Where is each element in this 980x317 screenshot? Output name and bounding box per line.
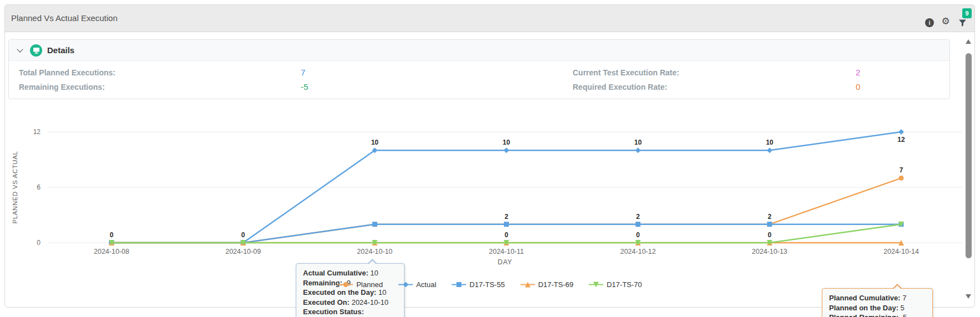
planned-vs-actual-panel: Planned Vs Actual Execution i ⚙ 9 Detail…	[4, 4, 975, 308]
legend-marker-icon	[521, 281, 535, 288]
stat-label: Remaining Executions:	[19, 83, 301, 91]
details-card: Details Total Planned Executions:7 Remai…	[8, 39, 950, 99]
legend-label: Actual	[416, 280, 436, 289]
legend-item-planned[interactable]: Planned	[339, 280, 383, 289]
tooltip-caret	[367, 259, 377, 264]
gear-icon-glyph: ⚙	[941, 17, 949, 27]
legend-item-d17-ts-69[interactable]: D17-TS-69	[521, 280, 574, 289]
panel-header: Planned Vs Actual Execution i ⚙ 9	[5, 5, 974, 32]
legend-marker-icon	[452, 281, 466, 288]
stat-current-test-execution-rate: Current Test Execution Rate:2	[573, 68, 860, 77]
svg-text:6: 6	[37, 183, 41, 191]
stat-value: -5	[301, 82, 308, 91]
svg-text:2024-10-09: 2024-10-09	[225, 248, 261, 255]
tooltip-row: Executed On: 2024-10-10	[303, 298, 397, 308]
svg-text:0: 0	[110, 231, 114, 239]
info-icon-glyph: i	[925, 18, 934, 27]
tooltip-row: Execution Status:	[303, 307, 397, 317]
legend-item-d17-ts-55[interactable]: D17-TS-55	[452, 280, 505, 289]
legend-marker-icon	[398, 281, 413, 288]
legend-label: D17-TS-55	[469, 280, 505, 289]
legend-label: Planned	[356, 280, 383, 289]
filter-icon[interactable]	[957, 18, 967, 28]
svg-text:12: 12	[33, 128, 41, 136]
svg-text:2024-10-08: 2024-10-08	[94, 248, 129, 255]
tooltip-row: Planned Remaining: -5	[829, 313, 926, 317]
stat-value: 2	[856, 68, 860, 77]
svg-text:2024-10-11: 2024-10-11	[489, 248, 524, 255]
svg-text:10: 10	[503, 139, 511, 146]
filter-count-badge: 9	[962, 8, 972, 18]
settings-gear-icon[interactable]: ⚙	[941, 17, 951, 27]
svg-text:10: 10	[766, 139, 774, 146]
legend-marker-icon	[339, 281, 353, 288]
stat-value: 0	[856, 82, 860, 91]
stat-value: 7	[301, 68, 305, 77]
svg-text:7: 7	[900, 166, 903, 174]
panel-title: Planned Vs Actual Execution	[11, 13, 118, 23]
info-icon[interactable]: i	[925, 18, 934, 28]
details-section-title: Details	[47, 45, 74, 55]
funnel-icon-glyph	[958, 19, 967, 27]
svg-text:10: 10	[371, 139, 379, 146]
stat-total-planned-executions: Total Planned Executions:7	[19, 68, 305, 77]
legend-marker-icon	[589, 281, 603, 288]
legend-item-actual[interactable]: Actual	[398, 280, 436, 289]
execution-line-chart: 0612PLANNED VS ACTUAL2024-10-082024-10-0…	[5, 109, 976, 273]
scroll-down-arrow-icon[interactable]	[966, 294, 971, 299]
vertical-scrollbar[interactable]	[964, 33, 973, 305]
stat-label: Required Execution Rate:	[573, 83, 856, 91]
scroll-up-arrow-icon[interactable]	[966, 39, 971, 44]
svg-text:2024-10-13: 2024-10-13	[752, 248, 787, 255]
svg-text:2: 2	[636, 213, 640, 221]
monitor-icon	[30, 44, 42, 57]
scrollbar-thumb[interactable]	[966, 53, 972, 258]
svg-text:2024-10-12: 2024-10-12	[620, 248, 656, 255]
svg-text:12: 12	[897, 136, 905, 144]
tooltip-planned-2024-10-14: Planned Cumulative: 7Planned on the Day:…	[822, 288, 933, 317]
chevron-down-icon	[17, 46, 23, 52]
stat-required-execution-rate: Required Execution Rate:0	[573, 82, 860, 91]
chart-legend: PlannedActualD17-TS-55D17-TS-69D17-TS-70	[5, 280, 976, 289]
legend-label: D17-TS-70	[607, 280, 642, 289]
stat-label: Current Test Execution Rate:	[573, 68, 856, 77]
svg-text:0: 0	[636, 231, 640, 239]
stat-remaining-executions: Remaining Executions:-5	[19, 82, 308, 91]
svg-text:2024-10-10: 2024-10-10	[357, 248, 392, 255]
tooltip-row: Planned on the Day: 5	[829, 303, 926, 313]
svg-text:2024-10-14: 2024-10-14	[883, 248, 919, 255]
svg-text:10: 10	[634, 139, 642, 146]
tooltip-row: Executed on the Day: 10	[303, 288, 397, 298]
tooltip-row: Actual Cumulative: 10	[303, 268, 397, 278]
svg-text:DAY: DAY	[498, 258, 512, 266]
svg-text:PLANNED VS ACTUAL: PLANNED VS ACTUAL	[12, 151, 18, 223]
stat-label: Total Planned Executions:	[19, 68, 301, 77]
svg-text:2: 2	[504, 213, 508, 221]
legend-item-d17-ts-70[interactable]: D17-TS-70	[589, 280, 642, 289]
svg-text:0: 0	[37, 239, 41, 247]
svg-text:0: 0	[768, 231, 772, 239]
svg-text:0: 0	[504, 231, 508, 239]
svg-text:0: 0	[241, 231, 245, 239]
chart-plot-area[interactable]: 0612PLANNED VS ACTUAL2024-10-082024-10-0…	[5, 109, 976, 273]
svg-text:2: 2	[768, 213, 772, 221]
tooltip-row: Planned Cumulative: 7	[829, 293, 926, 303]
details-header[interactable]: Details	[9, 40, 949, 61]
tooltip-actual-2024-10-10: Actual Cumulative: 10Remaining: -9Execut…	[296, 263, 405, 317]
legend-label: D17-TS-69	[538, 280, 574, 289]
